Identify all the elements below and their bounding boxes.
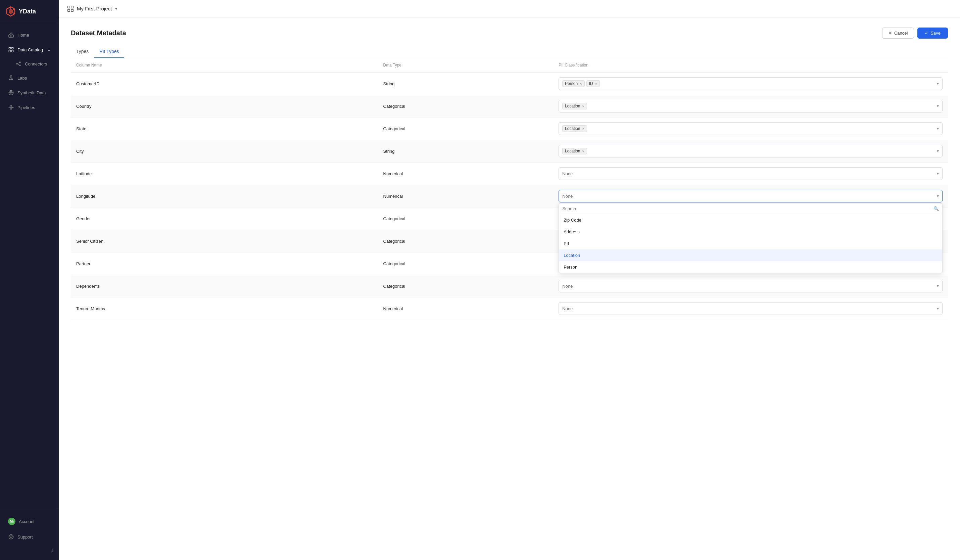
table-row: StateCategoricalLocation ×▾ bbox=[71, 117, 948, 140]
tabs: Types PII Types bbox=[71, 45, 948, 58]
catalog-chevron-icon: ▲ bbox=[47, 48, 51, 52]
sidebar-item-synthetic-label: Synthetic Data bbox=[18, 90, 51, 95]
cell-data-type: String bbox=[378, 140, 554, 163]
sidebar-bottom: Mi Account Support ‹ bbox=[0, 509, 59, 560]
table-row: LongitudeNumericalNone▾🔍Zip CodeAddressP… bbox=[71, 185, 948, 208]
pii-select[interactable]: None▾ bbox=[558, 302, 942, 315]
chevron-down-icon: ▾ bbox=[937, 306, 939, 311]
table-row: LatitudeNumericalNone▾ bbox=[71, 163, 948, 185]
pii-select[interactable]: None▾ bbox=[558, 167, 942, 180]
pii-tags: None bbox=[562, 306, 935, 311]
sidebar-item-synthetic-data[interactable]: Synthetic Data bbox=[2, 86, 57, 100]
cell-data-type: Numerical bbox=[378, 163, 554, 185]
table-row: CountryCategoricalLocation ×▾ bbox=[71, 95, 948, 117]
search-icon: 🔍 bbox=[933, 206, 939, 211]
dropdown-option-zip-code[interactable]: Zip Code bbox=[559, 214, 942, 226]
pii-tags: Location × bbox=[562, 125, 935, 132]
sidebar-item-data-catalog[interactable]: Data Catalog ▲ bbox=[2, 43, 57, 57]
pii-select[interactable]: Person ×ID ×▾ bbox=[558, 77, 942, 90]
pipelines-icon bbox=[8, 104, 14, 110]
svg-rect-5 bbox=[9, 35, 13, 37]
sidebar-item-connectors[interactable]: Connectors bbox=[2, 58, 57, 70]
svg-point-12 bbox=[19, 65, 21, 66]
labs-icon bbox=[8, 75, 14, 81]
ydata-logo-icon bbox=[5, 6, 16, 17]
tag-remove-icon[interactable]: × bbox=[580, 82, 582, 86]
cell-data-type: Categorical bbox=[378, 208, 554, 230]
svg-point-11 bbox=[19, 62, 21, 63]
sidebar-item-support[interactable]: Support bbox=[2, 530, 57, 544]
dropdown-option-person[interactable]: Person bbox=[559, 261, 942, 273]
pii-dropdown-menu: 🔍Zip CodeAddressPIILocationPerson bbox=[558, 203, 942, 273]
sidebar-item-labs[interactable]: Labs bbox=[2, 71, 57, 85]
pii-select[interactable]: None▾ bbox=[558, 190, 942, 202]
header-actions: ✕ Cancel ✓ Save bbox=[882, 27, 948, 38]
col-header-pii: PII Classification bbox=[553, 58, 948, 72]
pii-tag: Location × bbox=[562, 103, 587, 109]
pii-tag: Person × bbox=[562, 80, 584, 87]
page-title: Dataset Metadata bbox=[71, 29, 126, 37]
cell-pii: None▾ bbox=[553, 275, 948, 298]
svg-point-20 bbox=[11, 106, 12, 106]
sidebar-item-pipelines[interactable]: Pipelines bbox=[2, 101, 57, 115]
cell-column-name: Senior Citizen bbox=[71, 230, 378, 253]
chevron-down-icon: ▾ bbox=[937, 81, 939, 86]
cell-data-type: String bbox=[378, 72, 554, 95]
pii-select[interactable]: None▾ bbox=[558, 280, 942, 293]
sidebar-item-home[interactable]: Home bbox=[2, 28, 57, 42]
tag-remove-icon[interactable]: × bbox=[595, 82, 597, 86]
pii-select[interactable]: Location ×▾ bbox=[558, 122, 942, 135]
pii-none-label: None bbox=[562, 171, 573, 176]
col-header-type: Data Type bbox=[378, 58, 554, 72]
save-label: Save bbox=[930, 30, 941, 35]
chevron-down-icon: ▾ bbox=[937, 194, 939, 198]
cancel-button[interactable]: ✕ Cancel bbox=[882, 27, 914, 38]
dropdown-search-container: 🔍 bbox=[559, 203, 942, 214]
cell-data-type: Categorical bbox=[378, 253, 554, 275]
tab-pii-types[interactable]: PII Types bbox=[94, 45, 124, 58]
cell-data-type: Categorical bbox=[378, 230, 554, 253]
cell-pii: None▾ bbox=[553, 298, 948, 320]
sidebar-item-support-label: Support bbox=[18, 534, 51, 539]
svg-rect-7 bbox=[12, 47, 13, 49]
pii-select[interactable]: Location ×▾ bbox=[558, 100, 942, 112]
cell-data-type: Numerical bbox=[378, 298, 554, 320]
cell-column-name: Tenure Months bbox=[71, 298, 378, 320]
topbar: My First Project ▾ bbox=[59, 0, 960, 18]
sidebar-nav: Home Data Catalog ▲ Connectors bbox=[0, 23, 59, 509]
svg-marker-1 bbox=[9, 9, 13, 14]
pii-none-label: None bbox=[562, 194, 573, 199]
cell-data-type: Categorical bbox=[378, 95, 554, 117]
svg-point-22 bbox=[11, 109, 12, 109]
dropdown-option-pii[interactable]: PII bbox=[559, 238, 942, 250]
cell-column-name: Latitude bbox=[71, 163, 378, 185]
metadata-table: Column Name Data Type PII Classification… bbox=[71, 58, 948, 320]
pii-tags: Person ×ID × bbox=[562, 80, 935, 87]
cell-column-name: CustomerID bbox=[71, 72, 378, 95]
synthetic-icon bbox=[8, 90, 14, 96]
cell-pii: Location ×▾ bbox=[553, 117, 948, 140]
tag-remove-icon[interactable]: × bbox=[582, 126, 584, 131]
support-icon bbox=[8, 534, 14, 540]
sidebar-item-connectors-label: Connectors bbox=[25, 61, 51, 66]
svg-point-10 bbox=[16, 64, 18, 64]
cancel-x-icon: ✕ bbox=[888, 30, 892, 35]
dropdown-option-location[interactable]: Location bbox=[559, 250, 942, 261]
save-button[interactable]: ✓ Save bbox=[917, 27, 948, 38]
dropdown-option-address[interactable]: Address bbox=[559, 226, 942, 238]
pii-select[interactable]: Location ×▾ bbox=[558, 145, 942, 157]
svg-rect-34 bbox=[71, 9, 73, 11]
sidebar-collapse-button[interactable]: ‹ bbox=[0, 544, 59, 556]
tab-types[interactable]: Types bbox=[71, 45, 94, 58]
svg-rect-33 bbox=[68, 9, 70, 11]
svg-line-14 bbox=[18, 64, 19, 65]
table-row: DependentsCategoricalNone▾ bbox=[71, 275, 948, 298]
cell-column-name: Partner bbox=[71, 253, 378, 275]
project-chevron-icon: ▾ bbox=[115, 6, 117, 11]
tag-remove-icon[interactable]: × bbox=[582, 149, 584, 153]
tag-remove-icon[interactable]: × bbox=[582, 104, 584, 108]
chevron-down-icon: ▾ bbox=[937, 171, 939, 176]
dropdown-search-input[interactable] bbox=[562, 206, 931, 211]
sidebar-item-account[interactable]: Mi Account bbox=[2, 514, 57, 529]
project-selector[interactable]: My First Project ▾ bbox=[67, 5, 117, 13]
